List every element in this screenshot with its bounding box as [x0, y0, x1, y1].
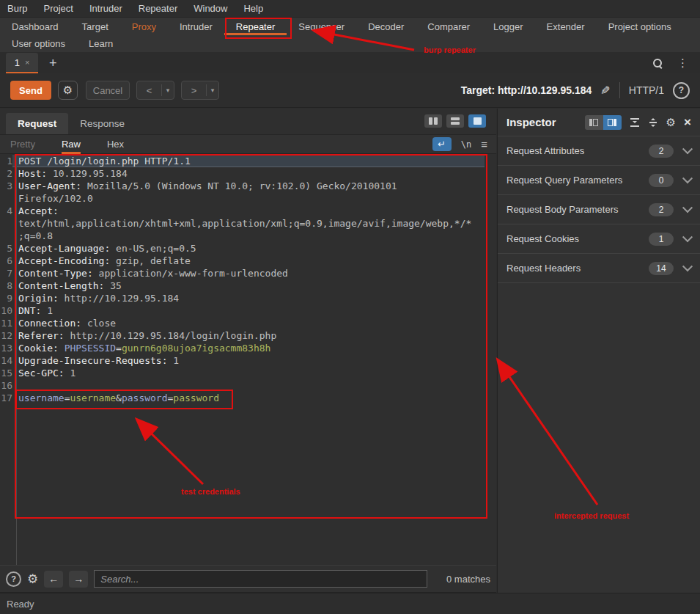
module-tab-dashboard[interactable]: Dashboard [0, 18, 70, 35]
line-number: 4 [0, 205, 12, 217]
module-tab-decoder[interactable]: Decoder [356, 18, 416, 35]
help-icon[interactable]: ? [673, 82, 690, 99]
chevron-down-icon[interactable] [682, 144, 693, 154]
request-line[interactable]: 1POST /login/login.php HTTP/1.1 [0, 155, 496, 167]
menu-window[interactable]: Window [185, 3, 235, 14]
dock-left-icon[interactable] [585, 115, 603, 130]
dropdown-caret-icon[interactable]: ▾ [207, 87, 218, 94]
inspector-section-request-cookies[interactable]: Request Cookies1 [498, 224, 700, 253]
module-tab-logger[interactable]: Logger [482, 18, 534, 35]
next-match-button[interactable]: → [69, 571, 88, 588]
inspector-settings-gear-icon[interactable]: ⚙ [666, 116, 676, 129]
search-icon[interactable] [652, 58, 663, 68]
edit-target-pencil-icon[interactable]: ✎ [600, 84, 610, 98]
line-number: 14 [0, 354, 12, 367]
back-request-button[interactable]: < ▾ [136, 81, 174, 100]
menu-repeater[interactable]: Repeater [130, 3, 185, 14]
request-line[interactable]: 12Referer: http://10.129.95.184/login/lo… [0, 329, 496, 342]
module-tab-project-options[interactable]: Project options [597, 18, 683, 35]
request-line[interactable]: 16 [0, 379, 496, 392]
match-count-label: 0 matches [433, 574, 490, 585]
editor-search-bar: ? ⚙ ← → 0 matches [0, 565, 496, 593]
expand-all-icon[interactable] [630, 117, 640, 128]
request-line[interactable]: 11Connection: close [0, 317, 496, 329]
request-line[interactable]: 10DNT: 1 [0, 304, 496, 317]
line-number: 8 [0, 279, 12, 292]
request-line[interactable]: Firefox/102.0 [0, 192, 496, 205]
module-tab-target[interactable]: Target [70, 18, 120, 35]
request-line[interactable]: 4Accept: [0, 205, 496, 217]
menu-burp[interactable]: Burp [7, 3, 35, 14]
line-text: Referer: http://10.129.95.184/login/logi… [12, 329, 276, 342]
tab-response[interactable]: Response [68, 113, 136, 134]
module-tab-user-options[interactable]: User options [0, 35, 77, 51]
request-line[interactable]: 14Upgrade-Insecure-Requests: 1 [0, 354, 496, 367]
request-line[interactable]: 13Cookie: PHPSESSID=gunrn6g08ujoa7igsacm… [0, 342, 496, 354]
search-settings-gear-icon[interactable]: ⚙ [27, 573, 38, 585]
chevron-down-icon[interactable] [682, 202, 693, 213]
menu-intruder[interactable]: Intruder [81, 3, 130, 14]
add-tab-button[interactable]: + [49, 56, 57, 70]
request-line[interactable]: 15Sec-GPC: 1 [0, 367, 496, 379]
layout-single-pane-icon[interactable] [468, 114, 486, 128]
module-tab-proxy[interactable]: Proxy [120, 18, 168, 35]
view-pretty[interactable]: Pretty [10, 135, 35, 154]
forward-request-button[interactable]: > ▾ [181, 81, 219, 100]
dock-right-icon[interactable] [603, 115, 622, 130]
request-line[interactable]: 9Origin: http://10.129.95.184 [0, 292, 496, 304]
send-button[interactable]: Send [10, 81, 51, 100]
module-tab-extender[interactable]: Extender [535, 18, 597, 35]
request-line[interactable]: 8Content-Length: 35 [0, 279, 496, 292]
inspector-close-icon[interactable]: × [684, 117, 691, 128]
previous-match-button[interactable]: ← [44, 571, 63, 588]
show-newlines-icon[interactable]: \n [461, 139, 471, 150]
module-tab-repeater[interactable]: Repeater [224, 18, 287, 35]
request-line[interactable]: ;q=0.8 [0, 230, 496, 242]
dropdown-caret-icon[interactable]: ▾ [162, 87, 174, 94]
request-line[interactable]: 2Host: 10.129.95.184 [0, 167, 496, 180]
request-line[interactable]: 17username=username&password=password [0, 392, 496, 404]
module-tab-intruder[interactable]: Intruder [168, 18, 224, 35]
inspector-section-request-body-parameters[interactable]: Request Body Parameters2 [498, 194, 700, 224]
request-line[interactable]: text/html,application/xhtml+xml,applicat… [0, 217, 496, 230]
cancel-button[interactable]: Cancel [86, 81, 130, 100]
request-line[interactable]: 6Accept-Encoding: gzip, deflate [0, 255, 496, 267]
search-input[interactable] [94, 570, 427, 588]
line-number [0, 230, 12, 242]
line-text: Content-Type: application/x-www-form-url… [12, 267, 288, 279]
view-raw[interactable]: Raw [62, 135, 81, 154]
line-text: User-Agent: Mozilla/5.0 (Windows NT 10.0… [12, 180, 397, 192]
line-text: Firefox/102.0 [12, 192, 93, 205]
collapse-all-icon[interactable] [648, 117, 658, 128]
menu-help[interactable]: Help [235, 3, 271, 14]
request-editor[interactable]: 1POST /login/login.php HTTP/1.12Host: 10… [0, 154, 496, 565]
request-line[interactable]: 3User-Agent: Mozilla/5.0 (Windows NT 10.… [0, 180, 496, 192]
chevron-down-icon[interactable] [682, 261, 693, 271]
close-tab-icon[interactable]: × [25, 58, 29, 67]
request-line[interactable]: 5Accept-Language: en-US,en;q=0.5 [0, 242, 496, 255]
chevron-down-icon[interactable] [682, 173, 693, 183]
menu-project[interactable]: Project [35, 3, 81, 14]
line-text: text/html,application/xhtml+xml,applicat… [12, 217, 471, 230]
view-hex[interactable]: Hex [107, 135, 124, 154]
line-number: 6 [0, 255, 12, 267]
inspector-section-request-headers[interactable]: Request Headers14 [498, 253, 700, 283]
word-wrap-icon[interactable]: ↵ [432, 137, 452, 151]
request-line[interactable]: 7Content-Type: application/x-www-form-ur… [0, 267, 496, 279]
repeater-tab-1[interactable]: 1 × [6, 53, 38, 73]
line-text: ;q=0.8 [12, 230, 53, 242]
inspector-section-request-query-parameters[interactable]: Request Query Parameters0 [498, 165, 700, 194]
module-tab-comparer[interactable]: Comparer [416, 18, 482, 35]
chevron-down-icon[interactable] [682, 232, 693, 242]
help-icon[interactable]: ? [6, 571, 21, 587]
inspector-section-request-attributes[interactable]: Request Attributes2 [498, 136, 700, 165]
module-tab-bar: DashboardTargetProxyIntruderRepeaterSequ… [0, 17, 700, 53]
layout-rows-icon[interactable] [446, 114, 464, 128]
editor-menu-icon[interactable]: ≡ [481, 138, 487, 150]
layout-columns-icon[interactable] [424, 114, 442, 128]
module-tab-learn[interactable]: Learn [77, 35, 125, 51]
send-settings-gear-icon[interactable]: ⚙ [58, 81, 78, 100]
module-tab-sequencer[interactable]: Sequencer [287, 18, 356, 35]
kebab-menu-icon[interactable]: ⋮ [677, 58, 688, 68]
tab-request[interactable]: Request [6, 113, 68, 134]
